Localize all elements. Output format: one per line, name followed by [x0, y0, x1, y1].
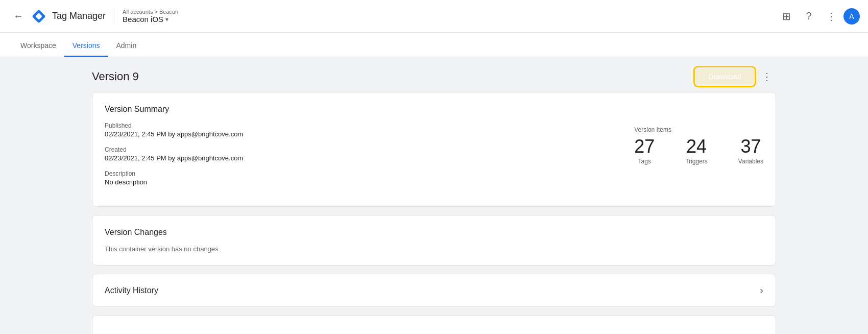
summary-right: Version Items 27 Tags 24 Triggers 37 Var — [634, 122, 763, 194]
chevron-right-icon: › — [760, 284, 763, 296]
version-title: Version 9 — [92, 70, 139, 83]
nav-divider — [114, 8, 114, 25]
variables-label: Variables — [738, 158, 763, 165]
published-label: Published — [105, 122, 614, 129]
version-changes-card: Version Changes This container version h… — [92, 215, 776, 266]
download-button[interactable]: Download — [696, 68, 754, 85]
apps-icon: ⊞ — [782, 10, 791, 22]
tab-workspace[interactable]: Workspace — [12, 35, 64, 57]
app-logo: Tag Manager — [31, 8, 106, 25]
published-value: 02/23/2021, 2:45 PM by apps@brightcove.c… — [105, 130, 614, 138]
breadcrumb: All accounts > Beacon Beacon iOS ▾ — [123, 9, 178, 23]
version-items-section: Version Items 27 Tags 24 Triggers 37 Var — [634, 126, 763, 165]
gtm-logo-icon — [31, 8, 47, 25]
activity-history-title: Activity History — [105, 286, 158, 295]
created-label: Created — [105, 146, 614, 153]
tags-label: Tags — [634, 158, 655, 165]
triggers-count: 24 — [685, 137, 708, 156]
nav-icons: ⊞ ? ⋮ A — [776, 6, 860, 27]
breadcrumb-current[interactable]: Beacon iOS ▾ — [123, 15, 178, 23]
tags-count: 27 — [634, 137, 655, 156]
more-vert-icon: ⋮ — [762, 70, 772, 83]
version-summary-content: Published 02/23/2021, 2:45 PM by apps@br… — [105, 122, 763, 194]
description-label: Description — [105, 170, 614, 177]
help-button[interactable]: ? — [799, 6, 819, 27]
breadcrumb-parent: All accounts > Beacon — [123, 9, 178, 15]
stat-triggers: 24 Triggers — [685, 137, 708, 165]
activity-history-card: Activity History › — [92, 274, 776, 307]
triggers-label: Triggers — [685, 158, 708, 165]
tags-header: Tags 🔍 — [105, 328, 763, 334]
top-nav: ← Tag Manager All accounts > Beacon Beac… — [0, 0, 868, 33]
version-actions: Download ⋮ — [696, 67, 776, 86]
more-options-button[interactable]: ⋮ — [821, 6, 841, 27]
version-more-button[interactable]: ⋮ — [758, 67, 776, 86]
back-icon: ← — [13, 10, 23, 22]
avatar[interactable]: A — [843, 8, 860, 25]
back-button[interactable]: ← — [8, 6, 29, 27]
more-vert-icon: ⋮ — [826, 10, 836, 22]
breadcrumb-current-label: Beacon iOS — [123, 15, 163, 23]
stat-variables: 37 Variables — [738, 137, 763, 165]
version-changes-title: Version Changes — [105, 228, 763, 237]
version-header: Version 9 Download ⋮ — [92, 57, 776, 92]
variables-count: 37 — [738, 137, 763, 156]
chevron-down-icon: ▾ — [165, 16, 168, 23]
apps-button[interactable]: ⊞ — [776, 6, 797, 27]
version-changes-message: This container version has no changes — [105, 245, 763, 253]
description-field: Description No description — [105, 170, 614, 186]
activity-history-header[interactable]: Activity History › — [92, 274, 776, 306]
version-items-label: Version Items — [634, 126, 763, 133]
tab-versions[interactable]: Versions — [64, 35, 108, 57]
avatar-letter: A — [849, 12, 854, 20]
summary-left: Published 02/23/2021, 2:45 PM by apps@br… — [105, 122, 634, 194]
help-icon: ? — [806, 10, 811, 22]
main-content: Version 9 Download ⋮ Version Summary Pub… — [0, 57, 868, 334]
version-summary-card: Version Summary Published 02/23/2021, 2:… — [92, 92, 776, 207]
app-title: Tag Manager — [52, 11, 106, 21]
created-field: Created 02/23/2021, 2:45 PM by apps@brig… — [105, 146, 614, 162]
created-value: 02/23/2021, 2:45 PM by apps@brightcove.c… — [105, 154, 614, 162]
secondary-nav: Workspace Versions Admin — [0, 33, 868, 57]
tab-admin[interactable]: Admin — [108, 35, 144, 57]
tags-card: Tags 🔍 Name ↑ Type Firing Triggers Last … — [92, 315, 776, 334]
version-summary-title: Version Summary — [105, 105, 763, 114]
stats-row: 27 Tags 24 Triggers 37 Variables — [634, 137, 763, 165]
stat-tags: 27 Tags — [634, 137, 655, 165]
description-value: No description — [105, 178, 614, 186]
published-field: Published 02/23/2021, 2:45 PM by apps@br… — [105, 122, 614, 138]
